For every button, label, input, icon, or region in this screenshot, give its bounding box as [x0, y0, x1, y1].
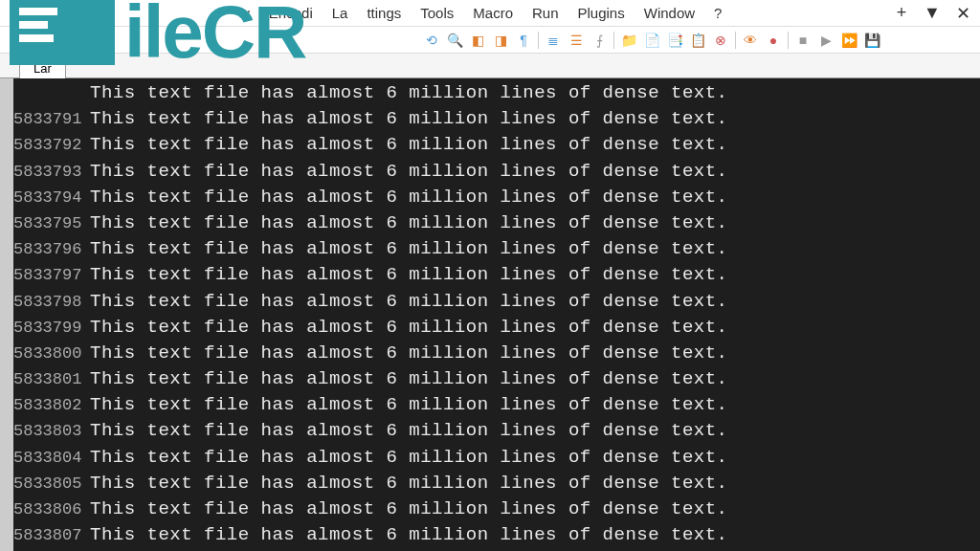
view2-icon[interactable]: ◨	[490, 30, 511, 51]
text-line: This text file has almost 6 million line…	[90, 496, 980, 522]
menu-macro[interactable]: Macro	[463, 1, 523, 25]
line-number: 5833807	[13, 522, 77, 548]
doc3-icon[interactable]: 📋	[687, 30, 708, 51]
dropdown-button[interactable]: ▼	[923, 3, 942, 23]
list-icon[interactable]: ☰	[566, 30, 587, 51]
menu-settings[interactable]: ttings	[357, 1, 411, 25]
menu-plugins[interactable]: Plugins	[568, 1, 635, 25]
line-number: 5833806	[13, 496, 77, 522]
rec-icon[interactable]: ●	[763, 30, 784, 51]
line-number	[13, 80, 77, 106]
menu-window[interactable]: Window	[635, 1, 704, 25]
line-number: 5833791	[13, 106, 77, 132]
func-icon[interactable]: ⨍	[589, 30, 610, 51]
line-number: 5833802	[13, 392, 77, 418]
line-number: 5833803	[13, 418, 77, 444]
line-number: 5833805	[13, 471, 77, 496]
text-line: This text file has almost 6 million line…	[90, 315, 980, 341]
text-line: This text file has almost 6 million line…	[90, 418, 980, 444]
menubar: w Encodi La ttings Tools Macro Run Plugi…	[0, 0, 980, 27]
line-number: 5833794	[13, 185, 77, 210]
add-button[interactable]: +	[892, 3, 911, 23]
text-line: This text file has almost 6 million line…	[90, 210, 980, 236]
text-line: This text file has almost 6 million line…	[90, 471, 980, 496]
text-line: This text file has almost 6 million line…	[90, 262, 980, 288]
menu-tools[interactable]: Tools	[411, 1, 463, 25]
eye-icon[interactable]: 👁	[740, 30, 761, 51]
margin-strip	[0, 78, 13, 551]
search-icon[interactable]: 🔍	[444, 30, 465, 51]
line-number-gutter: 5833791583379258337935833794583379558337…	[13, 78, 82, 551]
text-line: This text file has almost 6 million line…	[90, 341, 980, 366]
save-macro-icon[interactable]: 💾	[861, 30, 882, 51]
para-icon[interactable]: ¶	[513, 30, 534, 51]
folder-icon[interactable]: 📁	[618, 30, 639, 51]
line-number: 5833795	[13, 210, 77, 236]
line-number: 5833804	[13, 445, 77, 471]
text-line: This text file has almost 6 million line…	[90, 522, 980, 548]
text-line: This text file has almost 6 million line…	[90, 392, 980, 418]
menu-run[interactable]: Run	[523, 1, 568, 25]
editor-area: 5833791583379258337935833794583379558337…	[0, 78, 980, 551]
tab-bar: Lar	[0, 54, 980, 78]
indent-icon[interactable]: ≣	[543, 30, 564, 51]
text-line: This text file has almost 6 million line…	[90, 236, 980, 262]
text-line: This text file has almost 6 million line…	[90, 445, 980, 471]
close-button[interactable]: ✕	[953, 3, 972, 24]
close2-icon[interactable]: ⊗	[710, 30, 731, 51]
text-line: This text file has almost 6 million line…	[90, 159, 980, 185]
line-number: 5833793	[13, 159, 77, 185]
line-number: 5833800	[13, 341, 77, 366]
menu-encoding[interactable]: Encodi	[259, 1, 323, 25]
line-number: 5833797	[13, 262, 77, 288]
text-line: This text file has almost 6 million line…	[90, 185, 980, 210]
text-line: This text file has almost 6 million line…	[90, 80, 980, 106]
text-line: This text file has almost 6 million line…	[90, 132, 980, 158]
stop-icon[interactable]: ■	[792, 30, 813, 51]
play-icon[interactable]: ▶	[815, 30, 836, 51]
view1-icon[interactable]: ◧	[467, 30, 488, 51]
line-number: 5833801	[13, 366, 77, 392]
text-line: This text file has almost 6 million line…	[90, 289, 980, 315]
doc1-icon[interactable]: 📄	[641, 30, 662, 51]
line-number: 5833798	[13, 289, 77, 315]
line-number: 5833796	[13, 236, 77, 262]
ff-icon[interactable]: ⏩	[838, 30, 859, 51]
menu-language[interactable]: La	[323, 1, 358, 25]
menu-help[interactable]: ?	[704, 1, 731, 25]
tab-file[interactable]: Lar	[19, 57, 66, 78]
text-line: This text file has almost 6 million line…	[90, 366, 980, 392]
text-line: This text file has almost 6 million line…	[90, 106, 980, 132]
toolbar: ⟲🔍◧◨¶≣☰⨍📁📄📑📋⊗👁●■▶⏩💾	[0, 27, 980, 54]
doc2-icon[interactable]: 📑	[664, 30, 685, 51]
edit-badge: Edit	[52, 2, 90, 20]
menu-view[interactable]: w	[230, 1, 259, 25]
line-number: 5833792	[13, 132, 77, 158]
text-editor[interactable]: This text file has almost 6 million line…	[82, 78, 980, 551]
wrap-icon[interactable]: ⟲	[421, 30, 442, 51]
line-number: 5833799	[13, 315, 77, 341]
